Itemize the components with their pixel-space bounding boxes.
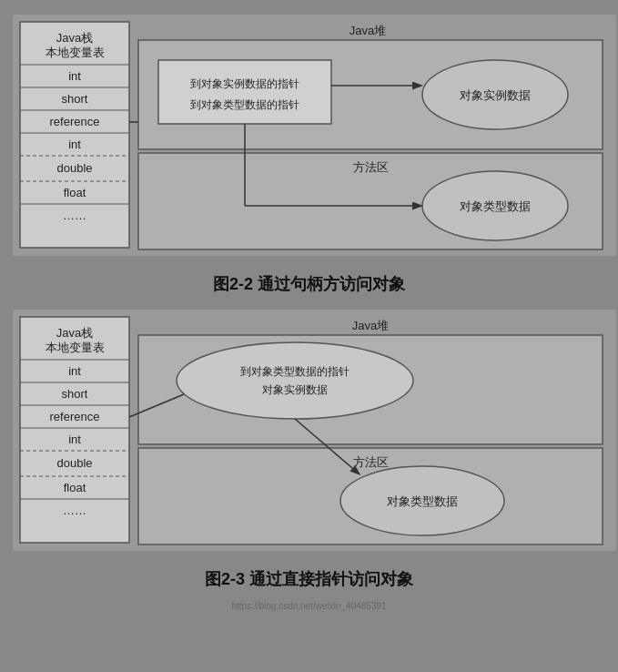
- svg-text:int: int: [68, 364, 81, 378]
- svg-text:Java堆: Java堆: [352, 319, 389, 332]
- svg-text:方法区: 方法区: [353, 160, 389, 174]
- watermark: https://blog.csdn.net/weixin_40485391: [7, 599, 611, 615]
- caption2: 图2-3 通过直接指针访问对象: [7, 555, 611, 599]
- svg-text:对象实例数据: 对象实例数据: [460, 88, 531, 102]
- svg-text:int: int: [68, 137, 81, 151]
- svg-text:……: ……: [63, 504, 86, 517]
- diagram2-container: Java栈 本地变量表 int short reference int doub…: [7, 304, 611, 555]
- svg-text:对象实例数据: 对象实例数据: [262, 383, 328, 396]
- svg-text:对象类型数据: 对象类型数据: [460, 199, 531, 213]
- svg-text:对象类型数据: 对象类型数据: [387, 494, 458, 508]
- svg-text:方法区: 方法区: [353, 455, 389, 469]
- svg-text:reference: reference: [50, 115, 100, 128]
- svg-text:本地变量表: 本地变量表: [46, 46, 105, 59]
- svg-text:Java栈: Java栈: [56, 31, 93, 45]
- diagram1-container: Java栈 本地变量表 int short reference int doub…: [7, 9, 611, 260]
- diagram2-svg: Java栈 本地变量表 int short reference int doub…: [13, 310, 616, 555]
- svg-text:Java堆: Java堆: [350, 24, 386, 37]
- svg-text:float: float: [64, 481, 86, 494]
- svg-text:double: double: [56, 456, 92, 470]
- svg-text:到对象类型数据的指针: 到对象类型数据的指针: [190, 98, 299, 111]
- svg-text:double: double: [56, 161, 92, 175]
- svg-text:short: short: [62, 92, 88, 106]
- svg-text:float: float: [64, 186, 86, 199]
- svg-point-57: [177, 342, 413, 419]
- caption1: 图2-2 通过句柄方访问对象: [7, 260, 611, 304]
- svg-text:到对象类型数据的指针: 到对象类型数据的指针: [240, 365, 350, 378]
- diagram1-svg: Java栈 本地变量表 int short reference int doub…: [13, 15, 616, 260]
- svg-text:本地变量表: 本地变量表: [46, 341, 105, 354]
- svg-text:int: int: [68, 69, 81, 83]
- svg-text:到对象实例数据的指针: 到对象实例数据的指针: [190, 77, 299, 90]
- svg-text:int: int: [68, 433, 81, 446]
- svg-text:short: short: [62, 387, 88, 401]
- svg-text:……: ……: [63, 209, 86, 222]
- svg-text:Java栈: Java栈: [56, 326, 93, 340]
- svg-rect-24: [158, 60, 331, 124]
- svg-text:reference: reference: [50, 410, 100, 423]
